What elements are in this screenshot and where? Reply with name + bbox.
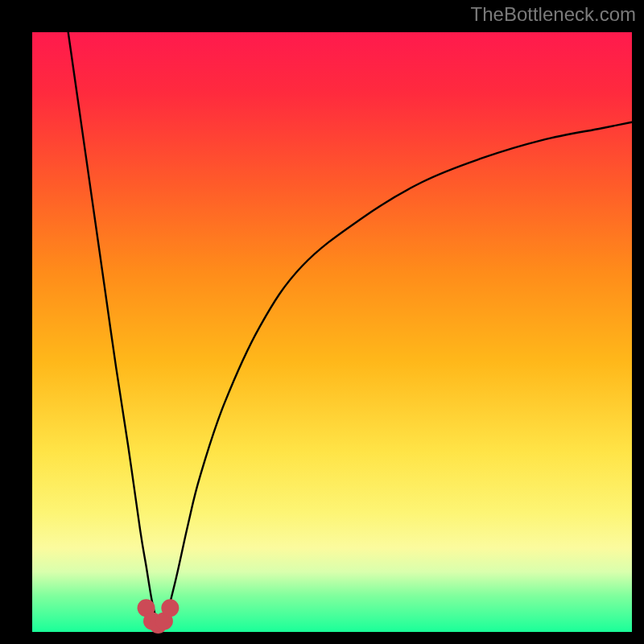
plot-area xyxy=(32,32,632,632)
left-branch xyxy=(68,32,159,626)
plot-svg xyxy=(32,32,632,632)
marker-cluster xyxy=(138,599,180,634)
marker-point xyxy=(161,599,179,617)
curve-group xyxy=(68,32,632,626)
chart-frame: TheBottleneck.com xyxy=(0,0,644,644)
watermark-text: TheBottleneck.com xyxy=(471,3,636,26)
right-branch xyxy=(164,122,632,626)
